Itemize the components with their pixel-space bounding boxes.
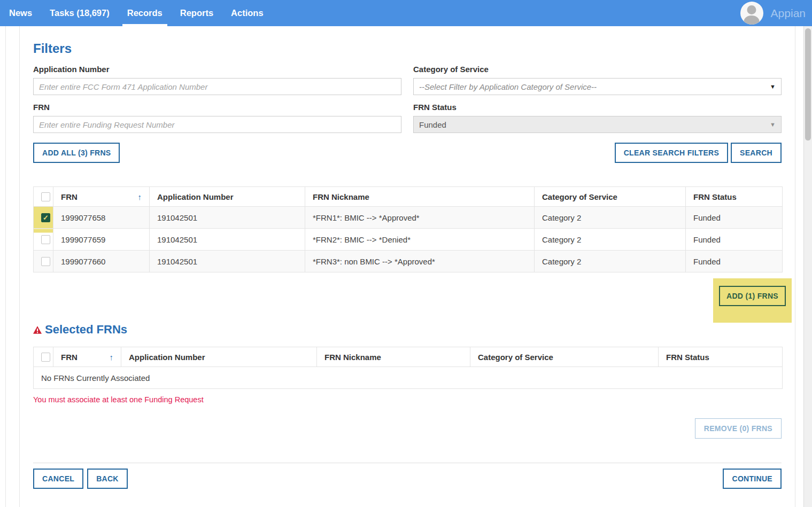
clear-search-filters-button[interactable]: CLEAR SEARCH FILTERS [615, 143, 728, 163]
warning-icon [33, 326, 42, 334]
table-row: 1999077660 191042501 *FRN3*: non BMIC --… [34, 251, 783, 272]
empty-row: No FRNs Currently Associated [34, 367, 783, 389]
scrollbar-thumb[interactable] [805, 28, 811, 141]
cell-frn: 1999077660 [53, 251, 150, 272]
validation-message: You must associate at least one Funding … [33, 395, 782, 404]
cell-application-number: 191042501 [150, 251, 305, 272]
nav-item-tasks[interactable]: Tasks (18,697) [50, 0, 110, 26]
frn-status-value: Funded [419, 120, 446, 129]
user-avatar[interactable] [740, 2, 763, 25]
chevron-down-icon: ▼ [770, 83, 776, 90]
cell-application-number: 191042501 [150, 229, 305, 251]
filters-form: Application Number Category of Service -… [33, 65, 782, 133]
cell-frn: 1999077659 [53, 229, 150, 251]
column-header-category-of-service[interactable]: Category of Service [470, 347, 659, 367]
nav-item-records[interactable]: Records [127, 0, 163, 26]
selected-frns-table: FRN ↑ Application Number FRN Nickname Ca… [33, 347, 783, 389]
cell-frn-nickname: *FRN3*: non BMIC --> *Approved* [305, 251, 535, 272]
column-header-application-number[interactable]: Application Number [121, 347, 317, 367]
row-checkbox[interactable] [41, 257, 50, 266]
frn-label: FRN [33, 103, 401, 112]
application-number-label: Application Number [33, 65, 401, 74]
row-checkbox[interactable] [41, 235, 50, 244]
frn-status-label: FRN Status [413, 103, 782, 112]
filters-heading: Filters [33, 41, 782, 56]
top-nav: News Tasks (18,697) Records Reports Acti… [0, 0, 812, 26]
empty-state-message: No FRNs Currently Associated [34, 367, 783, 389]
nav-item-actions[interactable]: Actions [231, 0, 264, 26]
tutorial-highlight: ADD (1) FRNS [713, 278, 792, 323]
column-header-frn-status[interactable]: FRN Status [659, 347, 783, 367]
cell-frn-nickname: *FRN1*: BMIC --> *Approved* [305, 207, 535, 229]
add-frns-button[interactable]: ADD (1) FRNS [719, 286, 786, 306]
remove-frns-button: REMOVE (0) FRNS [695, 418, 782, 439]
nav-item-reports[interactable]: Reports [180, 0, 213, 26]
selected-header-row: FRN ↑ Application Number FRN Nickname Ca… [34, 347, 783, 367]
frn-status-select: Funded ▼ [413, 116, 782, 133]
column-header-frn-status[interactable]: FRN Status [686, 187, 783, 207]
column-header-application-number[interactable]: Application Number [150, 187, 305, 207]
check-icon: ✓ [43, 214, 49, 222]
cell-status: Funded [686, 207, 783, 229]
nav-item-news[interactable]: News [9, 0, 32, 26]
divider [33, 463, 782, 463]
column-header-frn[interactable]: FRN ↑ [53, 347, 121, 367]
frn-results-table: FRN ↑ Application Number FRN Nickname Ca… [33, 186, 783, 272]
selected-frns-heading: Selected FRNs [45, 323, 127, 337]
results-header-row: FRN ↑ Application Number FRN Nickname Ca… [34, 187, 783, 207]
scrollbar[interactable] [803, 26, 812, 507]
continue-button[interactable]: CONTINUE [723, 469, 782, 489]
frn-input[interactable] [33, 116, 401, 133]
chevron-down-icon: ▼ [770, 121, 776, 128]
cell-category: Category 2 [535, 251, 686, 272]
sort-ascending-icon: ↑ [110, 353, 114, 362]
table-row: 1999077659 191042501 *FRN2*: BMIC --> *D… [34, 229, 783, 251]
content-card: Filters Application Number Category of S… [19, 26, 795, 507]
cancel-button[interactable]: CANCEL [33, 469, 83, 489]
cell-frn-nickname: *FRN2*: BMIC --> *Denied* [305, 229, 535, 251]
search-button[interactable]: SEARCH [731, 143, 782, 163]
application-number-input[interactable] [33, 78, 401, 95]
row-checkbox-checked[interactable]: ✓ [41, 213, 50, 222]
cell-status: Funded [686, 229, 783, 251]
appian-logo: Appian [771, 7, 808, 20]
sort-ascending-icon: ↑ [138, 192, 142, 201]
active-tab-underline [122, 24, 167, 26]
cell-application-number: 191042501 [150, 207, 305, 229]
cell-status: Funded [686, 251, 783, 272]
column-header-frn-nickname[interactable]: FRN Nickname [317, 347, 470, 367]
category-of-service-select[interactable]: --Select Filter by Application Category … [413, 78, 782, 95]
select-all-checkbox[interactable] [41, 192, 50, 201]
category-of-service-label: Category of Service [413, 65, 782, 74]
cell-category: Category 2 [535, 229, 686, 251]
column-header-frn[interactable]: FRN ↑ [53, 187, 150, 207]
add-all-frns-button[interactable]: ADD ALL (3) FRNS [33, 143, 120, 163]
record-frame: Filters Application Number Category of S… [5, 26, 812, 507]
select-all-checkbox[interactable] [41, 353, 50, 362]
cell-frn: 1999077658 [53, 207, 150, 229]
table-row: ✓ 1999077658 191042501 *FRN1*: BMIC --> … [34, 207, 783, 229]
category-of-service-value: --Select Filter by Application Category … [419, 82, 597, 91]
cell-category: Category 2 [535, 207, 686, 229]
column-header-category-of-service[interactable]: Category of Service [535, 187, 686, 207]
avatar-person-icon [744, 15, 760, 25]
avatar-person-icon [747, 5, 756, 14]
column-header-frn-nickname[interactable]: FRN Nickname [305, 187, 535, 207]
back-button[interactable]: BACK [87, 469, 128, 489]
